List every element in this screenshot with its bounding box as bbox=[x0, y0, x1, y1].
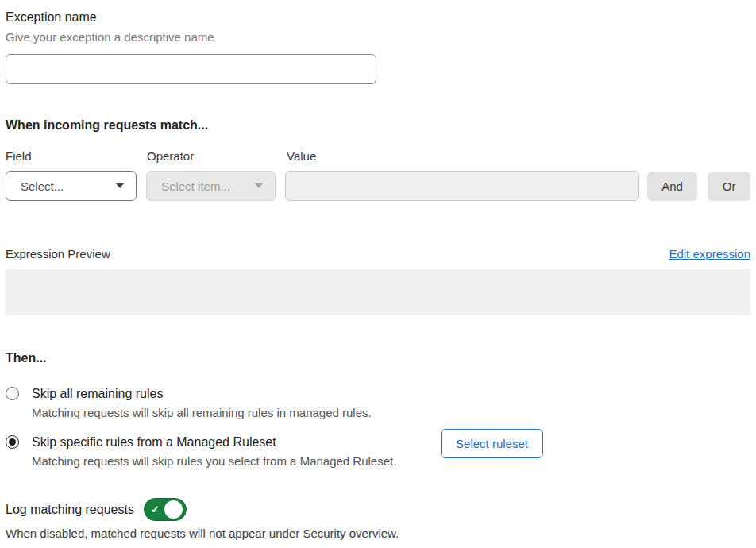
log-matching-description: When disabled, matched requests will not… bbox=[6, 527, 750, 541]
radio-icon[interactable] bbox=[6, 435, 19, 449]
exception-name-input[interactable] bbox=[6, 54, 376, 84]
operator-select[interactable]: Select item... bbox=[146, 171, 276, 201]
exception-name-title: Exception name bbox=[6, 10, 750, 25]
radio-icon[interactable] bbox=[6, 387, 19, 400]
radio-option-skip-all[interactable]: Skip all remaining rules bbox=[6, 386, 750, 401]
exception-name-subtitle: Give your exception a descriptive name bbox=[6, 30, 750, 44]
operator-select-value: Select item... bbox=[161, 179, 230, 193]
match-section-heading: When incoming requests match... bbox=[6, 118, 750, 133]
check-icon: ✓ bbox=[151, 504, 160, 515]
then-section-heading: Then... bbox=[6, 350, 750, 365]
toggle-knob bbox=[164, 500, 183, 519]
operator-label: Operator bbox=[147, 149, 277, 164]
radio-option-label: Skip all remaining rules bbox=[32, 386, 163, 401]
exception-form: Exception name Give your exception a des… bbox=[0, 0, 756, 541]
expression-header: Expression Preview Edit expression bbox=[6, 247, 750, 261]
radio-option-description: Matching requests will skip rules you se… bbox=[32, 454, 750, 469]
log-matching-row: Log matching requests ✓ bbox=[6, 498, 750, 521]
select-ruleset-button[interactable]: Select ruleset bbox=[441, 429, 543, 458]
and-button[interactable]: And bbox=[647, 172, 698, 201]
edit-expression-link[interactable]: Edit expression bbox=[669, 247, 750, 261]
radio-option-skip-specific[interactable]: Skip specific rules from a Managed Rules… bbox=[6, 434, 750, 450]
chevron-down-icon bbox=[116, 183, 124, 188]
field-select-value: Select... bbox=[21, 179, 64, 193]
chevron-down-icon bbox=[255, 183, 263, 188]
log-requests-toggle[interactable]: ✓ bbox=[144, 498, 187, 521]
or-button[interactable]: Or bbox=[708, 172, 750, 201]
expression-preview-label: Expression Preview bbox=[6, 247, 110, 261]
value-input[interactable] bbox=[285, 171, 638, 201]
value-label: Value bbox=[287, 149, 642, 164]
field-select[interactable]: Select... bbox=[6, 171, 137, 201]
match-controls-row: Select... Select item... And Or bbox=[6, 171, 750, 201]
expression-preview-box bbox=[6, 269, 750, 315]
radio-option-description: Matching requests will skip all remainin… bbox=[32, 406, 750, 420]
field-label: Field bbox=[6, 149, 137, 164]
match-column-labels: Field Operator Value bbox=[6, 149, 750, 164]
radio-option-label: Skip specific rules from a Managed Rules… bbox=[32, 434, 276, 450]
log-matching-label: Log matching requests bbox=[6, 502, 134, 517]
